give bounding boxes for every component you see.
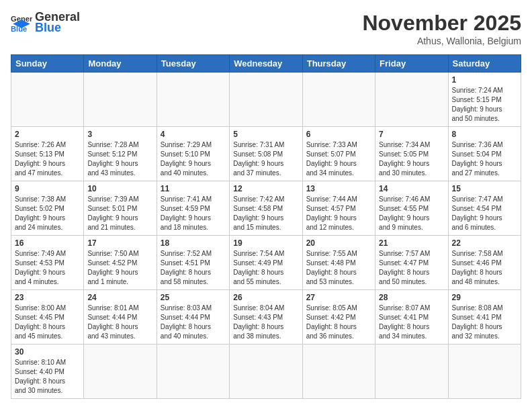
day-number: 1: [452, 75, 517, 85]
day-number: 17: [87, 238, 152, 248]
day-info: Sunrise: 8:07 AM Sunset: 4:41 PM Dayligh…: [379, 304, 444, 341]
calendar-cell: 8Sunrise: 7:36 AM Sunset: 5:04 PM Daylig…: [448, 127, 521, 181]
day-number: 9: [15, 184, 80, 193]
calendar-cell: 29Sunrise: 8:08 AM Sunset: 4:41 PM Dayli…: [448, 290, 521, 345]
calendar-cell: 20Sunrise: 7:55 AM Sunset: 4:48 PM Dayli…: [302, 236, 375, 290]
day-info: Sunrise: 7:39 AM Sunset: 5:01 PM Dayligh…: [87, 195, 152, 232]
calendar-cell: [375, 73, 448, 127]
day-number: 3: [87, 130, 152, 139]
calendar-cell: 17Sunrise: 7:50 AM Sunset: 4:52 PM Dayli…: [84, 236, 157, 290]
calendar-cell: 23Sunrise: 8:00 AM Sunset: 4:45 PM Dayli…: [11, 290, 84, 345]
day-info: Sunrise: 7:31 AM Sunset: 5:08 PM Dayligh…: [233, 140, 298, 178]
calendar-day-header: Thursday: [302, 55, 375, 73]
day-info: Sunrise: 7:57 AM Sunset: 4:47 PM Dayligh…: [379, 249, 444, 287]
calendar-cell: 16Sunrise: 7:49 AM Sunset: 4:53 PM Dayli…: [11, 236, 84, 290]
calendar-cell: 25Sunrise: 8:03 AM Sunset: 4:44 PM Dayli…: [157, 290, 229, 345]
calendar-cell: 21Sunrise: 7:57 AM Sunset: 4:47 PM Dayli…: [375, 236, 448, 290]
calendar-cell: [448, 345, 521, 399]
month-title: November 2025: [362, 11, 521, 36]
header: General Blue General Blue November 2025 …: [11, 11, 521, 46]
day-info: Sunrise: 7:28 AM Sunset: 5:12 PM Dayligh…: [87, 140, 152, 178]
day-number: 10: [87, 184, 152, 193]
calendar-cell: 18Sunrise: 7:52 AM Sunset: 4:51 PM Dayli…: [157, 236, 229, 290]
calendar-cell: [84, 345, 157, 399]
calendar-cell: 3Sunrise: 7:28 AM Sunset: 5:12 PM Daylig…: [84, 127, 157, 181]
calendar-day-header: Saturday: [448, 55, 521, 73]
calendar-cell: [302, 345, 375, 399]
calendar-cell: 27Sunrise: 8:05 AM Sunset: 4:42 PM Dayli…: [302, 290, 375, 345]
calendar-week-row: 1Sunrise: 7:24 AM Sunset: 5:15 PM Daylig…: [11, 73, 521, 127]
calendar-cell: 30Sunrise: 8:10 AM Sunset: 4:40 PM Dayli…: [11, 345, 84, 399]
day-number: 13: [306, 184, 371, 193]
day-number: 12: [233, 184, 298, 193]
svg-text:Blue: Blue: [11, 25, 27, 33]
calendar-day-header: Friday: [375, 55, 448, 73]
calendar-cell: 24Sunrise: 8:01 AM Sunset: 4:44 PM Dayli…: [84, 290, 157, 345]
calendar-cell: 2Sunrise: 7:26 AM Sunset: 5:13 PM Daylig…: [11, 127, 84, 181]
day-info: Sunrise: 7:24 AM Sunset: 5:15 PM Dayligh…: [452, 86, 517, 124]
day-info: Sunrise: 7:42 AM Sunset: 4:58 PM Dayligh…: [233, 195, 298, 232]
day-info: Sunrise: 7:52 AM Sunset: 4:51 PM Dayligh…: [161, 249, 226, 287]
day-info: Sunrise: 7:26 AM Sunset: 5:13 PM Dayligh…: [15, 140, 80, 178]
calendar-cell: [375, 345, 448, 399]
day-info: Sunrise: 8:08 AM Sunset: 4:41 PM Dayligh…: [452, 304, 517, 341]
day-info: Sunrise: 7:50 AM Sunset: 4:52 PM Dayligh…: [87, 249, 152, 287]
calendar-cell: 6Sunrise: 7:33 AM Sunset: 5:07 PM Daylig…: [302, 127, 375, 181]
day-info: Sunrise: 8:04 AM Sunset: 4:43 PM Dayligh…: [233, 304, 298, 341]
calendar-cell: 7Sunrise: 7:34 AM Sunset: 5:05 PM Daylig…: [375, 127, 448, 181]
day-info: Sunrise: 7:47 AM Sunset: 4:54 PM Dayligh…: [452, 195, 517, 232]
day-info: Sunrise: 7:46 AM Sunset: 4:55 PM Dayligh…: [379, 195, 444, 232]
day-number: 21: [379, 238, 444, 248]
calendar-table: SundayMondayTuesdayWednesdayThursdayFrid…: [11, 54, 521, 399]
calendar-cell: 10Sunrise: 7:39 AM Sunset: 5:01 PM Dayli…: [84, 181, 157, 236]
day-info: Sunrise: 8:00 AM Sunset: 4:45 PM Dayligh…: [15, 304, 80, 341]
day-number: 18: [161, 238, 226, 248]
calendar-week-row: 9Sunrise: 7:38 AM Sunset: 5:02 PM Daylig…: [11, 181, 521, 236]
calendar-cell: [157, 73, 229, 127]
calendar-cell: 9Sunrise: 7:38 AM Sunset: 5:02 PM Daylig…: [11, 181, 84, 236]
day-number: 20: [306, 238, 371, 248]
calendar-cell: 12Sunrise: 7:42 AM Sunset: 4:58 PM Dayli…: [230, 181, 302, 236]
calendar-cell: 26Sunrise: 8:04 AM Sunset: 4:43 PM Dayli…: [230, 290, 302, 345]
calendar-day-header: Wednesday: [230, 55, 302, 73]
calendar-week-row: 2Sunrise: 7:26 AM Sunset: 5:13 PM Daylig…: [11, 127, 521, 181]
day-number: 19: [233, 238, 298, 248]
day-number: 23: [15, 293, 80, 302]
location-subtitle: Athus, Wallonia, Belgium: [362, 36, 521, 46]
day-info: Sunrise: 7:41 AM Sunset: 4:59 PM Dayligh…: [161, 195, 226, 232]
logo-icon: General Blue: [11, 12, 32, 34]
calendar-day-header: Monday: [84, 55, 157, 73]
day-info: Sunrise: 7:44 AM Sunset: 4:57 PM Dayligh…: [306, 195, 371, 232]
day-number: 25: [161, 293, 226, 302]
day-info: Sunrise: 8:01 AM Sunset: 4:44 PM Dayligh…: [87, 304, 152, 341]
day-info: Sunrise: 8:05 AM Sunset: 4:42 PM Dayligh…: [306, 304, 371, 341]
day-number: 24: [87, 293, 152, 302]
day-number: 22: [452, 238, 517, 248]
calendar-header-row: SundayMondayTuesdayWednesdayThursdayFrid…: [11, 55, 521, 73]
day-info: Sunrise: 7:36 AM Sunset: 5:04 PM Dayligh…: [452, 140, 517, 178]
calendar-cell: 1Sunrise: 7:24 AM Sunset: 5:15 PM Daylig…: [448, 73, 521, 127]
calendar-cell: 19Sunrise: 7:54 AM Sunset: 4:49 PM Dayli…: [230, 236, 302, 290]
day-number: 29: [452, 293, 517, 302]
day-number: 4: [161, 130, 226, 139]
calendar-day-header: Sunday: [11, 55, 84, 73]
day-number: 2: [15, 130, 80, 139]
day-info: Sunrise: 8:10 AM Sunset: 4:40 PM Dayligh…: [15, 358, 80, 396]
calendar-cell: [84, 73, 157, 127]
day-number: 16: [15, 238, 80, 248]
day-info: Sunrise: 7:29 AM Sunset: 5:10 PM Dayligh…: [161, 140, 226, 178]
calendar-cell: 4Sunrise: 7:29 AM Sunset: 5:10 PM Daylig…: [157, 127, 229, 181]
calendar-cell: [302, 73, 375, 127]
calendar-cell: 13Sunrise: 7:44 AM Sunset: 4:57 PM Dayli…: [302, 181, 375, 236]
day-number: 15: [452, 184, 517, 193]
day-number: 14: [379, 184, 444, 193]
calendar-cell: 28Sunrise: 8:07 AM Sunset: 4:41 PM Dayli…: [375, 290, 448, 345]
calendar-cell: [11, 73, 84, 127]
calendar-week-row: 23Sunrise: 8:00 AM Sunset: 4:45 PM Dayli…: [11, 290, 521, 345]
day-info: Sunrise: 8:03 AM Sunset: 4:44 PM Dayligh…: [161, 304, 226, 341]
day-number: 28: [379, 293, 444, 302]
calendar-cell: 14Sunrise: 7:46 AM Sunset: 4:55 PM Dayli…: [375, 181, 448, 236]
calendar-cell: 11Sunrise: 7:41 AM Sunset: 4:59 PM Dayli…: [157, 181, 229, 236]
day-info: Sunrise: 7:33 AM Sunset: 5:07 PM Dayligh…: [306, 140, 371, 178]
calendar-day-header: Tuesday: [157, 55, 229, 73]
